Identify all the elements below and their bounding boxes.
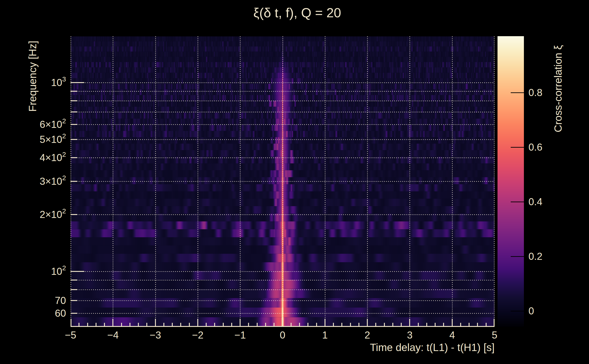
colorbar-tick-label: 0.8 (529, 85, 542, 100)
plot-title: ξ(δ t, f), Q = 20 (253, 5, 341, 20)
x-tick-label: 1 (309, 329, 341, 341)
y-tick-label: 6×102 (0, 117, 66, 132)
y-tick-label: 102 (0, 264, 66, 279)
x-tick-label: −4 (97, 329, 129, 341)
x-axis-label: Time delay: t(L1) - t(H1) [s] (370, 341, 495, 354)
x-tick-label: 4 (436, 329, 468, 341)
y-tick-label: 2×102 (0, 207, 66, 222)
y-tick-label: 103 (0, 75, 66, 90)
x-tick-label: 3 (394, 329, 425, 341)
colorbar-tick-label: 0.4 (529, 195, 542, 209)
x-tick-label: −1 (224, 329, 256, 341)
heatmap-canvas (71, 36, 495, 327)
y-tick-label: 5×102 (0, 132, 66, 147)
x-tick-label: −5 (55, 329, 86, 341)
colorbar-label: Cross-correlation ξ (552, 45, 564, 132)
x-tick-label: −2 (182, 329, 214, 341)
colorbar-tick-label: 0 (529, 304, 534, 318)
y-tick-label: 3×102 (0, 174, 66, 188)
colorbar-tick-label: 0.6 (529, 140, 542, 155)
figure-root: ξ(δ t, f), Q = 20 Frequency [Hz] Cross-c… (0, 0, 589, 364)
x-tick-label: 2 (351, 329, 383, 341)
y-tick-label: 60 (0, 306, 66, 321)
x-tick-label: 0 (267, 329, 299, 341)
colorbar-canvas (497, 36, 524, 327)
x-tick-label: −3 (139, 329, 171, 341)
colorbar-tick-label: 0.2 (529, 249, 542, 264)
y-tick-label: 70 (0, 293, 66, 308)
y-tick-label: 4×102 (0, 150, 66, 165)
x-tick-label: 5 (479, 329, 510, 341)
